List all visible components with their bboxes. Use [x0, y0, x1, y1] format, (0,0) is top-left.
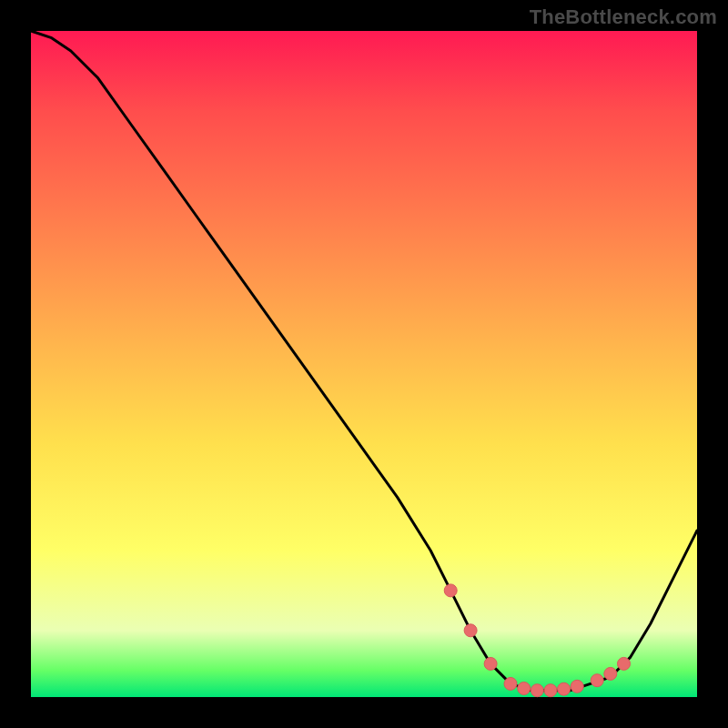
highlight-dot — [571, 680, 583, 693]
highlight-dot — [558, 682, 571, 695]
highlight-dot — [591, 674, 603, 687]
marker-group — [444, 584, 630, 697]
highlight-dot — [504, 677, 517, 690]
curve-svg — [31, 31, 697, 697]
chart-frame: TheBottleneck.com — [0, 0, 728, 728]
highlight-dot — [544, 684, 557, 697]
highlight-dot — [618, 657, 631, 670]
highlight-dot — [531, 684, 543, 697]
highlight-dot — [444, 584, 457, 597]
highlight-dot — [464, 624, 477, 637]
highlight-dot — [518, 682, 531, 695]
highlight-dot — [604, 667, 617, 680]
highlight-dot — [484, 657, 497, 670]
bottleneck-curve — [31, 31, 697, 691]
plot-area — [31, 31, 697, 697]
watermark-text: TheBottleneck.com — [530, 5, 717, 29]
